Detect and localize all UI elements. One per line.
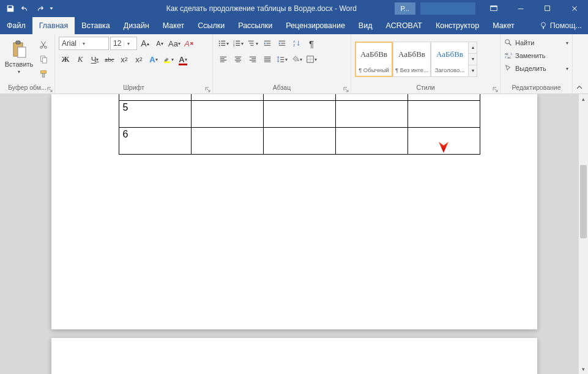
- shading-button[interactable]: ▾: [290, 53, 303, 66]
- underline-button[interactable]: Ч▾: [88, 53, 102, 66]
- show-paragraph-marks-button[interactable]: ¶: [305, 37, 318, 50]
- font-size-combo[interactable]: 12▾: [110, 37, 137, 50]
- increase-indent-button[interactable]: [275, 37, 289, 50]
- group-paragraph-label: Абзац: [273, 84, 291, 91]
- grow-font-button[interactable]: A▴: [138, 37, 152, 50]
- align-left-button[interactable]: [217, 53, 230, 66]
- collapse-ribbon-button[interactable]: [573, 34, 586, 94]
- text-effects-button[interactable]: A▾: [147, 53, 160, 66]
- svg-rect-29: [250, 43, 254, 43]
- cut-button[interactable]: [37, 38, 50, 51]
- undo-button[interactable]: [18, 2, 32, 15]
- svg-rect-31: [264, 41, 271, 42]
- tab-layout[interactable]: Макет: [156, 17, 191, 34]
- styles-scroll-down[interactable]: ▾: [469, 54, 477, 65]
- tab-references[interactable]: Ссылки: [191, 17, 231, 34]
- svg-rect-23: [236, 41, 240, 42]
- svg-rect-32: [266, 43, 270, 43]
- group-editing: Найти▾ abacЗаменить Выделить▾ Редактиров…: [501, 34, 573, 94]
- change-case-button[interactable]: Aa▾: [168, 37, 181, 50]
- account-badge[interactable]: Р...: [395, 2, 415, 15]
- subscript-button[interactable]: x2: [117, 53, 131, 66]
- sort-button[interactable]: AZ: [290, 37, 303, 50]
- scroll-up-button[interactable]: ▴: [579, 94, 588, 104]
- shrink-font-button[interactable]: A▾: [153, 37, 166, 50]
- font-launcher[interactable]: [205, 87, 211, 93]
- numbering-button[interactable]: 123▾: [231, 37, 245, 50]
- svg-rect-48: [251, 58, 256, 59]
- paragraph-launcher[interactable]: [343, 87, 349, 93]
- font-color-button[interactable]: A▾: [176, 53, 190, 66]
- multilevel-list-button[interactable]: ▾: [246, 37, 259, 50]
- scroll-thumb[interactable]: [580, 165, 587, 238]
- tab-table-layout[interactable]: Макет: [486, 17, 521, 34]
- svg-rect-45: [235, 60, 242, 61]
- document-area[interactable]: 5 6 7 8: [0, 94, 588, 374]
- tab-view[interactable]: Вид: [352, 17, 379, 34]
- tab-table-design[interactable]: Конструктор: [429, 17, 486, 34]
- borders-button[interactable]: ▾: [305, 53, 318, 66]
- svg-point-62: [505, 40, 510, 44]
- qat-customize-button[interactable]: [48, 2, 55, 15]
- table-row: 6: [119, 127, 480, 154]
- select-button[interactable]: Выделить▾: [502, 62, 571, 75]
- maximize-button[interactable]: [534, 0, 561, 17]
- tab-mailings[interactable]: Рассылки: [231, 17, 279, 34]
- superscript-button[interactable]: x2: [132, 53, 146, 66]
- group-font-label: Шрифт: [123, 84, 144, 91]
- tab-file[interactable]: Файл: [0, 17, 32, 34]
- chevron-down-icon: ▾: [18, 69, 20, 75]
- style-no-spacing[interactable]: АаБбВв¶ Без инте...: [393, 42, 431, 77]
- save-button[interactable]: [4, 2, 17, 15]
- bullets-button[interactable]: ▾: [217, 37, 230, 50]
- scroll-down-button[interactable]: ▾: [579, 364, 588, 374]
- tab-acrobat[interactable]: ACROBAT: [379, 17, 429, 34]
- account-name-placeholder[interactable]: [420, 2, 475, 15]
- style-normal[interactable]: АаБбВв¶ Обычный: [355, 42, 393, 77]
- tab-insert[interactable]: Вставка: [75, 17, 116, 34]
- highlight-button[interactable]: ▾: [162, 53, 175, 66]
- bold-button[interactable]: Ж: [59, 53, 72, 66]
- clear-formatting-button[interactable]: A✖: [182, 37, 196, 50]
- tab-design[interactable]: Дизайн: [117, 17, 156, 34]
- align-center-button[interactable]: [231, 53, 245, 66]
- minimize-button[interactable]: [507, 0, 534, 17]
- svg-rect-57: [280, 62, 284, 62]
- table-part-1[interactable]: 5 6: [119, 94, 480, 155]
- redo-button[interactable]: [33, 2, 47, 15]
- svg-point-4: [541, 23, 545, 27]
- find-button[interactable]: Найти▾: [502, 37, 571, 49]
- clipboard-launcher[interactable]: [47, 87, 53, 93]
- style-heading1[interactable]: АаБбВвЗаголово...: [431, 42, 469, 77]
- styles-expand[interactable]: ▾: [469, 65, 477, 76]
- align-right-button[interactable]: [246, 53, 259, 66]
- format-painter-button[interactable]: [37, 67, 50, 81]
- scroll-track[interactable]: [579, 104, 588, 364]
- italic-button[interactable]: К: [73, 53, 87, 66]
- svg-rect-13: [41, 70, 47, 73]
- svg-rect-1: [491, 6, 497, 7]
- justify-button[interactable]: [261, 53, 274, 66]
- line-spacing-button[interactable]: ▾: [275, 53, 289, 66]
- font-name-combo[interactable]: Arial▾: [59, 37, 109, 50]
- styles-scroll-up[interactable]: ▴: [469, 42, 477, 54]
- ribbon: Вставить ▾ Буфер обм... Arial▾ 12▾ A▴ A▾…: [0, 34, 588, 94]
- replace-button[interactable]: abacЗаменить: [502, 50, 571, 62]
- ribbon-options-button[interactable]: [480, 0, 507, 17]
- svg-rect-14: [42, 73, 45, 77]
- decrease-indent-button[interactable]: [261, 37, 274, 50]
- tab-review[interactable]: Рецензирование: [279, 17, 352, 34]
- strikethrough-button[interactable]: abc: [103, 53, 116, 66]
- paste-button[interactable]: Вставить ▾: [4, 38, 34, 80]
- group-styles-label: Стили: [416, 84, 434, 91]
- svg-text:A: A: [293, 40, 296, 43]
- copy-button[interactable]: [37, 53, 50, 66]
- tell-me-search[interactable]: Помощ...: [533, 17, 588, 34]
- close-button[interactable]: [561, 0, 588, 17]
- red-arrow-annotation: [434, 109, 453, 158]
- vertical-scrollbar[interactable]: ▴ ▾: [578, 94, 588, 374]
- styles-launcher[interactable]: [493, 87, 499, 93]
- svg-rect-56: [280, 59, 284, 60]
- svg-rect-5: [543, 27, 544, 29]
- tab-home[interactable]: Главная: [32, 17, 75, 34]
